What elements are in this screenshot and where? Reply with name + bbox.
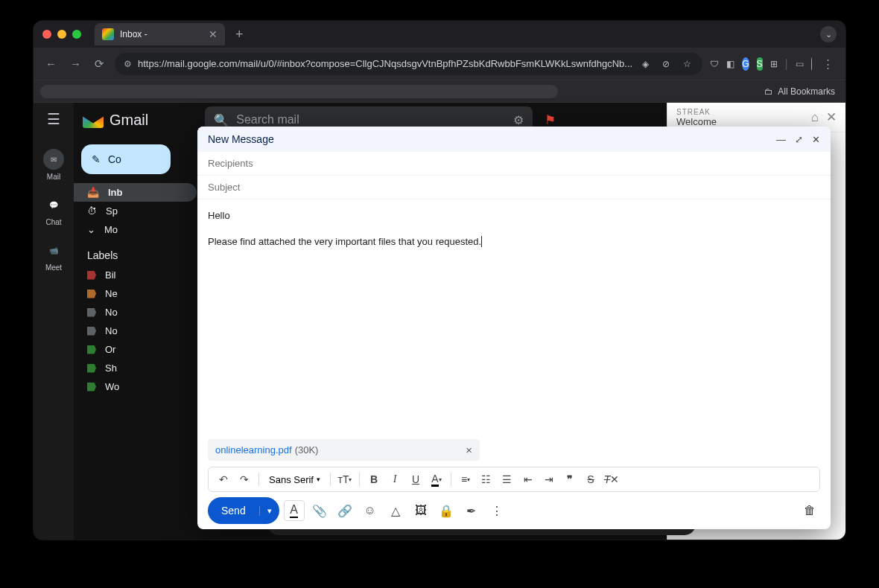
bulleted-list-icon[interactable]: ☰	[498, 470, 516, 488]
rail-meet[interactable]: 📹 Meet	[43, 240, 64, 272]
indent-more-icon[interactable]: ⇥	[540, 470, 558, 488]
hamburger-icon[interactable]: ☰	[47, 110, 60, 128]
sidebar-label-item[interactable]: Ne	[74, 284, 204, 303]
sidebar-label-item[interactable]: Sh	[74, 359, 204, 377]
remove-attachment-icon[interactable]: ×	[466, 444, 472, 456]
send-button[interactable]: Send	[208, 505, 259, 517]
sidebar-item-label: Mo	[104, 224, 118, 235]
tab-title: Inbox -	[120, 29, 147, 39]
browser-menu-icon[interactable]: ⋮	[819, 54, 837, 74]
sidebar-item-sp[interactable]: ⏱ Sp	[74, 202, 204, 220]
insert-image-icon[interactable]: 🖼	[410, 500, 431, 521]
more-options-icon[interactable]: ⋮	[486, 500, 507, 521]
attachment-name: onlinelearning.pdf	[215, 444, 292, 456]
confidential-icon[interactable]: 🔒	[436, 500, 457, 521]
rail-mail[interactable]: ✉ Mail	[43, 149, 64, 181]
format-toggle-icon[interactable]: A	[284, 500, 305, 521]
label-tag-icon	[87, 327, 96, 336]
gmail-sidebar: ✎ Co 📥 Inb ⏱ Sp ⌄ Mo Labels BilNeNoNoOrS…	[74, 137, 204, 540]
compose-body[interactable]: Hello Please find attached the very impo…	[197, 199, 831, 439]
extension-g-icon[interactable]: G	[742, 57, 749, 71]
browser-tab[interactable]: Inbox - ✕	[95, 23, 225, 45]
sidebar-label-item[interactable]: No	[74, 303, 204, 322]
subject-row[interactable]	[197, 176, 831, 199]
nav-back-icon[interactable]: ←	[42, 54, 60, 73]
nav-forward-icon[interactable]: →	[67, 54, 84, 73]
font-size-icon[interactable]: тT▾	[336, 470, 354, 488]
bold-icon[interactable]: B	[365, 470, 383, 488]
gmail-main: Gmail 🔍 Search mail ⚙ ⚑ Active ▾ ? ⚙	[74, 103, 845, 540]
rail-label: Meet	[45, 263, 62, 272]
shield-icon[interactable]: 🛡	[710, 57, 719, 71]
chevron-down-icon: ⌄	[87, 224, 95, 235]
label-text: Bil	[105, 269, 115, 281]
label-text: No	[105, 307, 118, 318]
all-bookmarks-link[interactable]: All Bookmarks	[778, 86, 835, 97]
rail-chat[interactable]: 💬 Chat	[43, 194, 64, 226]
insert-link-icon[interactable]: 🔗	[334, 500, 355, 521]
label-tag-icon	[87, 290, 96, 298]
signature-icon[interactable]: ✒	[461, 500, 482, 521]
nav-reload-icon[interactable]: ⟳	[92, 54, 107, 74]
search-tune-icon[interactable]: ⚙	[513, 113, 524, 127]
indent-less-icon[interactable]: ⇤	[519, 470, 537, 488]
attachment-chip[interactable]: onlinelearning.pdf (30K) ×	[208, 439, 480, 461]
extension-icon[interactable]: ◧	[726, 57, 734, 71]
minimize-icon[interactable]: —	[776, 134, 786, 145]
sidebar-label-item[interactable]: No	[74, 322, 204, 340]
attachment-size: (30K)	[295, 444, 319, 456]
text-cursor	[481, 236, 482, 247]
underline-icon[interactable]: U	[407, 470, 425, 488]
key-icon[interactable]: ⊘	[659, 57, 673, 71]
quote-icon[interactable]: ❞	[561, 470, 579, 488]
extension-s-icon[interactable]: S	[757, 57, 763, 71]
discard-draft-icon[interactable]: 🗑	[799, 500, 820, 521]
home-icon[interactable]: ⌂	[811, 110, 819, 125]
label-tag-icon	[87, 308, 96, 317]
redo-icon[interactable]: ↷	[235, 470, 253, 488]
puzzle-icon[interactable]: ⊞	[770, 57, 778, 71]
recipients-row[interactable]	[197, 152, 831, 176]
compose-window: New Message — ⤢ ✕ Hello Please find atta…	[197, 127, 831, 529]
compose-button[interactable]: ✎ Co	[81, 144, 171, 174]
window-maximize[interactable]	[72, 30, 81, 39]
profile-avatar-icon[interactable]	[811, 57, 812, 71]
align-icon[interactable]: ≡▾	[457, 470, 475, 488]
sidebar-item-more[interactable]: ⌄ Mo	[74, 220, 204, 239]
tabs-dropdown[interactable]: ⌄	[820, 26, 837, 42]
sidebar-item-inbox[interactable]: 📥 Inb	[74, 183, 197, 202]
strikethrough-icon[interactable]: S	[582, 470, 600, 488]
new-tab-button[interactable]: +	[231, 27, 248, 42]
window-minimize[interactable]	[57, 30, 66, 39]
streak-flag-icon[interactable]: ⚑	[545, 112, 556, 128]
sidebar-label-item[interactable]: Wo	[74, 377, 204, 396]
text-color-icon[interactable]: A▾	[428, 470, 445, 488]
site-info-icon[interactable]: ⚙	[124, 59, 132, 69]
close-icon[interactable]: ✕	[812, 134, 820, 145]
subject-input[interactable]	[208, 182, 820, 193]
recipients-input[interactable]	[208, 158, 820, 169]
drive-icon[interactable]: △	[385, 500, 406, 521]
clear-format-icon[interactable]: T✕	[603, 470, 621, 488]
attach-file-icon[interactable]: 📎	[309, 500, 330, 521]
sidebar-label-item[interactable]: Bil	[74, 266, 204, 284]
close-icon[interactable]: ✕	[826, 109, 837, 125]
gmail-logo[interactable]: Gmail	[83, 112, 148, 129]
gmail-logo-icon	[83, 112, 104, 128]
eye-icon[interactable]: ◈	[638, 57, 652, 71]
folder-icon: 🗀	[764, 86, 773, 97]
send-options-dropdown[interactable]: ▾	[259, 506, 279, 516]
expand-icon[interactable]: ⤢	[795, 134, 803, 145]
bookmark-star-icon[interactable]: ☆	[680, 57, 694, 71]
undo-icon[interactable]: ↶	[215, 470, 232, 488]
address-bar[interactable]: ⚙ https://mail.google.com/mail/u/0/#inbo…	[115, 53, 702, 75]
reading-list-icon[interactable]: ▭	[796, 57, 804, 71]
font-family-dropdown[interactable]: Sans Serif ▾	[264, 474, 325, 485]
sidebar-item-label: Sp	[106, 205, 118, 217]
sidebar-label-item[interactable]: Or	[74, 340, 204, 359]
tab-close-icon[interactable]: ✕	[209, 28, 218, 40]
italic-icon[interactable]: I	[386, 470, 404, 488]
numbered-list-icon[interactable]: ☷	[477, 470, 495, 488]
emoji-icon[interactable]: ☺	[360, 500, 381, 521]
window-close[interactable]	[42, 30, 51, 39]
